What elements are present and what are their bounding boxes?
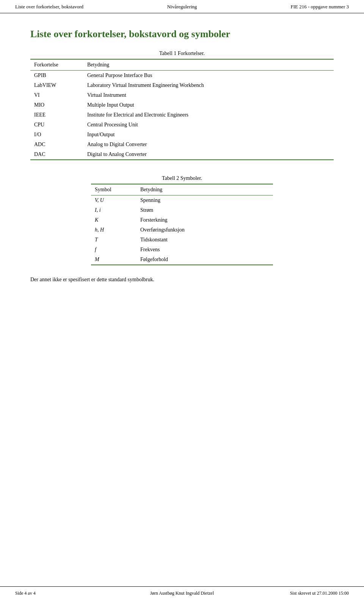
page-content: Liste over forkortelser, bokstavord og s… [0,13,364,306]
table-row: KForsterkning [91,215,273,225]
table2-wrapper: Tabell 2 Symboler. Symbol Betydning V, U… [30,175,334,265]
abbr-cell: DAC [30,150,83,160]
page-title: Liste over forkortelser, bokstavord og s… [30,28,334,40]
table-row: IEEEInstitute for Electrical and Electro… [30,110,334,120]
meaning-cell: Analog to Digital Converter [83,140,334,150]
symbol-cell: K [91,215,136,225]
table-row: DACDigital to Analog Converter [30,150,334,160]
abbr-cell: IEEE [30,110,83,120]
meaning-cell: General Purpose Interface Bus [83,71,334,81]
table-row: I/OInput/Output [30,130,334,140]
table-row: GPIBGeneral Purpose Interface Bus [30,71,334,81]
header-left: Liste over forkortelser, bokstavord [15,4,126,10]
table-row: CPUCentral Processing Unit [30,120,334,130]
abbr-cell: LabVIEW [30,80,83,90]
table-row: fFrekvens [91,245,273,255]
table-row: I, iStrøm [91,205,273,215]
header-center: Nivåregulering [126,4,237,10]
table-row: h, HOverføringsfunksjon [91,225,273,235]
table-row: ADCAnalog to Digital Converter [30,140,334,150]
page-footer: Side 4 av 4 Jørn Austbøg Knut Ingvald Di… [0,586,364,600]
symbol-cell: T [91,235,136,245]
table2-inner: Tabell 2 Symboler. Symbol Betydning V, U… [91,175,273,265]
table2-header-sym: Symbol [91,184,136,195]
meaning-cell: Frekvens [136,245,273,255]
meaning-cell: Institute for Electrical and Electronic … [83,110,334,120]
table-row: LabVIEWLaboratory Virtual Instrument Eng… [30,80,334,90]
abbr-cell: ADC [30,140,83,150]
abbr-cell: VI [30,90,83,100]
table-row: VIVirtual Instrument [30,90,334,100]
meaning-cell: Tidskonstant [136,235,273,245]
abbr-cell: MIO [30,100,83,110]
meaning-cell: Virtual Instrument [83,90,334,100]
table2-header-meaning: Betydning [136,184,273,195]
table-row: V, USpenning [91,195,273,206]
table-symboler: Symbol Betydning V, USpenningI, iStrømKF… [91,184,273,265]
table-row: MFølgeforhold [91,255,273,265]
meaning-cell: Central Processing Unit [83,120,334,130]
table1-caption: Tabell 1 Forkortelser. [30,50,334,57]
symbol-cell: I, i [91,205,136,215]
meaning-cell: Laboratory Virtual Instrument Engineerin… [83,80,334,90]
symbol-cell: h, H [91,225,136,235]
meaning-cell: Multiple Input Output [83,100,334,110]
symbol-cell: f [91,245,136,255]
table-forkortelser: Forkortelse Betydning GPIBGeneral Purpos… [30,59,334,160]
table1-header-abbr: Forkortelse [30,59,83,71]
table2-caption: Tabell 2 Symboler. [91,175,273,181]
footer-right: Sist skrevet ut 27.01.2000 15:00 [238,591,349,596]
table1-header-row: Forkortelse Betydning [30,59,334,71]
meaning-cell: Strøm [136,205,273,215]
page-header: Liste over forkortelser, bokstavord Nivå… [0,0,364,13]
meaning-cell: Overføringsfunksjon [136,225,273,235]
table1-header-meaning: Betydning [83,59,334,71]
footer-center: Jørn Austbøg Knut Ingvald Dietzel [126,591,237,596]
meaning-cell: Input/Output [83,130,334,140]
footnote: Der annet ikke er spesifisert er dette s… [30,277,334,283]
header-right: FIE 216 - oppgave nummer 3 [238,4,349,10]
table-row: MIOMultiple Input Output [30,100,334,110]
symbol-cell: M [91,255,136,265]
symbol-cell: V, U [91,195,136,206]
abbr-cell: GPIB [30,71,83,81]
meaning-cell: Forsterkning [136,215,273,225]
footer-left: Side 4 av 4 [15,591,126,596]
abbr-cell: I/O [30,130,83,140]
abbr-cell: CPU [30,120,83,130]
table2-header-row: Symbol Betydning [91,184,273,195]
meaning-cell: Spenning [136,195,273,206]
meaning-cell: Digital to Analog Converter [83,150,334,160]
meaning-cell: Følgeforhold [136,255,273,265]
table-row: TTidskonstant [91,235,273,245]
